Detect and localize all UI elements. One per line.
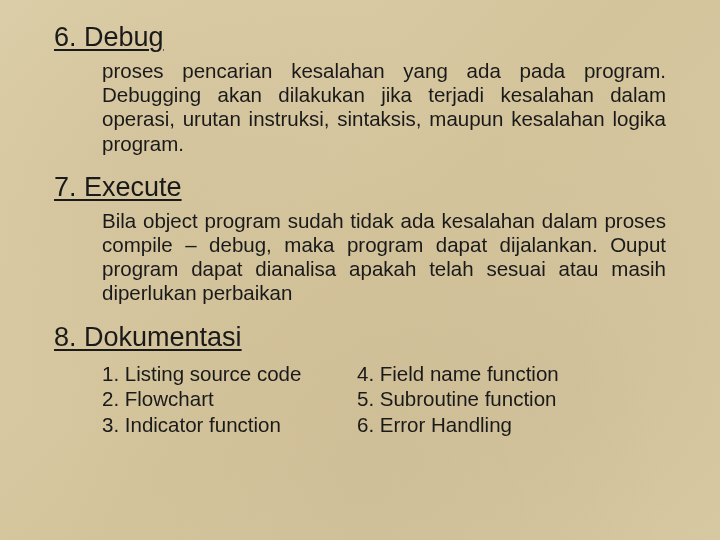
- section-debug: 6. Debug proses pencarian kesalahan yang…: [54, 22, 666, 156]
- dokumentasi-col-1: 1. Listing source code 2. Flowchart 3. I…: [102, 361, 357, 438]
- list-item: 2. Flowchart: [102, 386, 357, 412]
- heading-debug: 6. Debug: [54, 22, 666, 53]
- list-item: 3. Indicator function: [102, 412, 357, 438]
- section-execute: 7. Execute Bila object program sudah tid…: [54, 172, 666, 306]
- heading-dokumentasi: 8. Dokumentasi: [54, 322, 666, 353]
- list-item: 1. Listing source code: [102, 361, 357, 387]
- list-item: 5. Subroutine function: [357, 386, 666, 412]
- heading-execute: 7. Execute: [54, 172, 666, 203]
- dokumentasi-col-2: 4. Field name function 5. Subroutine fun…: [357, 361, 666, 438]
- section-dokumentasi: 8. Dokumentasi 1. Listing source code 2.…: [54, 322, 666, 438]
- body-execute: Bila object program sudah tidak ada kesa…: [102, 209, 666, 306]
- body-debug: proses pencarian kesalahan yang ada pada…: [102, 59, 666, 156]
- list-item: 6. Error Handling: [357, 412, 666, 438]
- dokumentasi-columns: 1. Listing source code 2. Flowchart 3. I…: [102, 361, 666, 438]
- list-item: 4. Field name function: [357, 361, 666, 387]
